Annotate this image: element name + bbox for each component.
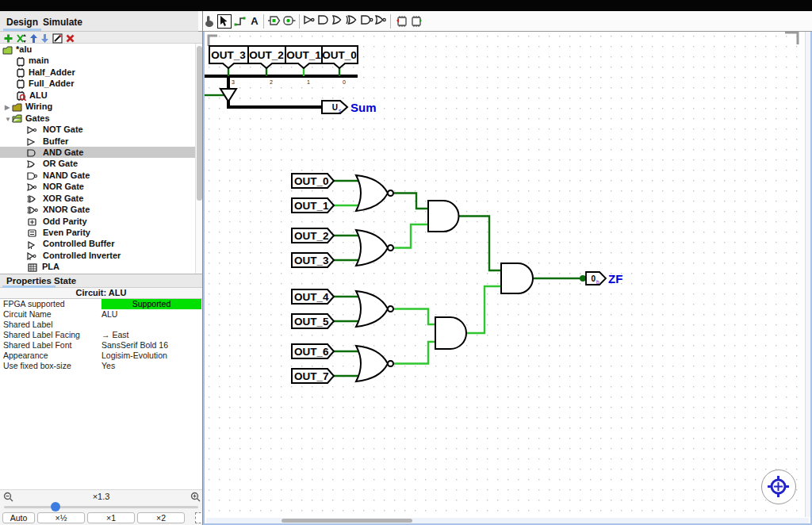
circuit-header: Circuit: ALU <box>0 288 202 299</box>
zoom-to-fit-button[interactable] <box>761 469 796 504</box>
attr-row[interactable]: Appearance Logisim-Evolution <box>0 351 202 361</box>
tree-item-xor-gate[interactable]: XOR Gate <box>0 193 202 204</box>
tree-item-odd-parity[interactable]: Odd Parity <box>0 216 202 227</box>
svg-text:OUT_2: OUT_2 <box>249 49 284 61</box>
tree-item-library-gates[interactable]: ▼Gates <box>0 113 202 124</box>
zoom-level: ×1.3 <box>0 492 202 501</box>
and-gate-final[interactable] <box>501 263 533 293</box>
attribute-table: FPGA supported Supported Circuit Name AL… <box>0 299 202 494</box>
attr-row[interactable]: Use fixed box-size Yes <box>0 361 202 371</box>
zoom-auto-button[interactable]: Auto <box>2 512 35 523</box>
toolbar-separator <box>299 14 300 29</box>
edit-icon[interactable] <box>52 33 63 43</box>
add-circuit-icon[interactable] <box>395 14 409 29</box>
tree-item-controlled-buffer[interactable]: Controlled Buffer <box>0 238 202 249</box>
tree-item-circuit-main[interactable]: main <box>0 55 202 66</box>
attribute-panel-tabs: Properties State <box>0 274 202 288</box>
canvas-vertical-scrollbar[interactable] <box>805 32 810 517</box>
zoom-slider-track[interactable] <box>4 506 198 508</box>
tree-item-and-gate[interactable]: AND Gate <box>0 147 202 158</box>
not-gate-tool-icon[interactable] <box>303 14 317 29</box>
zoom-half-button[interactable]: ×½ <box>37 512 85 523</box>
project-explorer-tree: *alu main Half_Adder Full_Adder ALU ▶Wir… <box>0 44 202 274</box>
tab-state[interactable]: State <box>54 276 76 285</box>
wiring-tool-icon[interactable] <box>233 14 247 29</box>
tree-item-library-wiring[interactable]: ▶Wiring <box>0 101 202 112</box>
nor-gate-tool-icon[interactable] <box>374 14 389 29</box>
tunnel-out3-src[interactable]: OUT_3 <box>292 253 334 267</box>
zoom-buttons: Auto ×½ ×1 ×2 <box>0 512 202 525</box>
edit-tool-icon[interactable] <box>217 14 232 29</box>
tunnel-out2-src[interactable]: OUT_2 <box>292 228 334 243</box>
output-pin-tool-icon[interactable] <box>282 14 297 29</box>
svg-text:0: 0 <box>591 274 596 283</box>
main-toolbar: A <box>198 11 812 32</box>
toolbar-separator <box>263 14 264 29</box>
and-gate-tool-icon[interactable] <box>317 14 331 29</box>
poke-tool-icon[interactable] <box>202 14 216 29</box>
attr-row[interactable]: Circuit Name ALU <box>0 309 202 320</box>
delete-icon[interactable] <box>65 33 75 43</box>
tree-item-circuit-alu-current[interactable]: ALU <box>0 90 202 101</box>
zoom-slider[interactable] <box>0 502 202 512</box>
sum-label: Sum <box>350 101 377 114</box>
attr-row[interactable]: Shared Label <box>0 320 202 330</box>
tree-item-nand-gate[interactable]: NAND Gate <box>0 170 202 181</box>
tab-design[interactable]: Design <box>6 14 38 30</box>
zoom-bar: ×1.3 <box>0 489 202 502</box>
tunnel-out0-src[interactable]: OUT_0 <box>292 174 334 188</box>
zoom-slider-thumb[interactable] <box>51 502 60 512</box>
zoom-in-icon[interactable] <box>190 492 201 502</box>
svg-text:OUT_5: OUT_5 <box>294 316 329 328</box>
input-pin-tool-icon[interactable] <box>267 14 282 29</box>
tab-properties[interactable]: Properties <box>6 276 52 285</box>
tunnel-out7-src[interactable]: OUT_7 <box>292 369 334 383</box>
tree-item-circuit-full-adder[interactable]: Full_Adder <box>0 78 202 89</box>
tunnel-out4-src[interactable]: OUT_4 <box>292 289 334 304</box>
tunnel-out1-src[interactable]: OUT_1 <box>292 198 334 213</box>
tree-scrollbar-thumb[interactable] <box>197 46 202 201</box>
and-gate-2[interactable] <box>435 317 466 349</box>
add-circuit-icon[interactable] <box>3 33 13 43</box>
crosshair-icon <box>762 470 795 503</box>
or-gate-tool-icon[interactable] <box>331 14 346 29</box>
svg-text:b: b <box>596 279 599 285</box>
attr-row[interactable]: Shared Label Font SansSerif Bold 16 <box>0 340 202 351</box>
tree-scrollbar[interactable] <box>195 44 202 274</box>
tab-simulate[interactable]: Simulate <box>43 14 82 30</box>
circuit-drawing[interactable]: OUT_3 OUT_2 OUT_1 OUT_0 3 2 1 0 U <box>205 32 810 523</box>
zf-label: ZF <box>608 272 622 285</box>
tree-item-buffer[interactable]: Buffer <box>0 136 202 147</box>
zoom-2x-button[interactable]: ×2 <box>137 512 185 523</box>
splitter-bit-3: 3 <box>232 79 235 85</box>
move-down-icon[interactable] <box>40 33 50 43</box>
and-gate-1[interactable] <box>428 201 459 232</box>
text-tool-icon[interactable]: A <box>247 14 262 29</box>
attr-row[interactable]: Shared Label Facing → East <box>0 330 202 340</box>
xor-gate-tool-icon[interactable] <box>346 14 360 29</box>
tree-item-not-gate[interactable]: NOT Gate <box>0 124 202 135</box>
nand-gate-tool-icon[interactable] <box>360 14 374 29</box>
tunnel-out6-src[interactable]: OUT_6 <box>292 344 334 358</box>
output-pin-sum[interactable]: U s <box>322 101 347 113</box>
add-vhdl-icon[interactable] <box>409 14 423 29</box>
sort-icon[interactable] <box>16 33 26 43</box>
circuit-canvas[interactable]: OUT_3 OUT_2 OUT_1 OUT_0 3 2 1 0 U <box>203 32 812 525</box>
zoom-1x-button[interactable]: ×1 <box>87 512 135 523</box>
tree-item-circuit-half-adder[interactable]: Half_Adder <box>0 67 202 78</box>
attr-row[interactable]: FPGA supported Supported <box>0 299 202 309</box>
canvas-hscroll-thumb[interactable] <box>282 519 412 523</box>
explorer-toolbar <box>0 32 203 44</box>
tree-item-controlled-inverter[interactable]: Controlled Inverter <box>0 250 202 261</box>
svg-text:OUT_3: OUT_3 <box>294 255 329 266</box>
tunnel-out5-src[interactable]: OUT_5 <box>292 314 334 328</box>
tree-item-even-parity[interactable]: Even Parity <box>0 227 202 238</box>
tree-item-xnor-gate[interactable]: XNOR Gate <box>0 204 202 215</box>
tree-item-project[interactable]: *alu <box>0 44 202 55</box>
window-title-bar <box>0 0 812 11</box>
canvas-horizontal-scrollbar[interactable] <box>206 518 809 523</box>
tree-item-nor-gate[interactable]: NOR Gate <box>0 181 202 192</box>
move-up-icon[interactable] <box>29 33 39 43</box>
tree-item-or-gate[interactable]: OR Gate <box>0 158 202 169</box>
tree-item-pla[interactable]: PLA <box>0 261 202 272</box>
